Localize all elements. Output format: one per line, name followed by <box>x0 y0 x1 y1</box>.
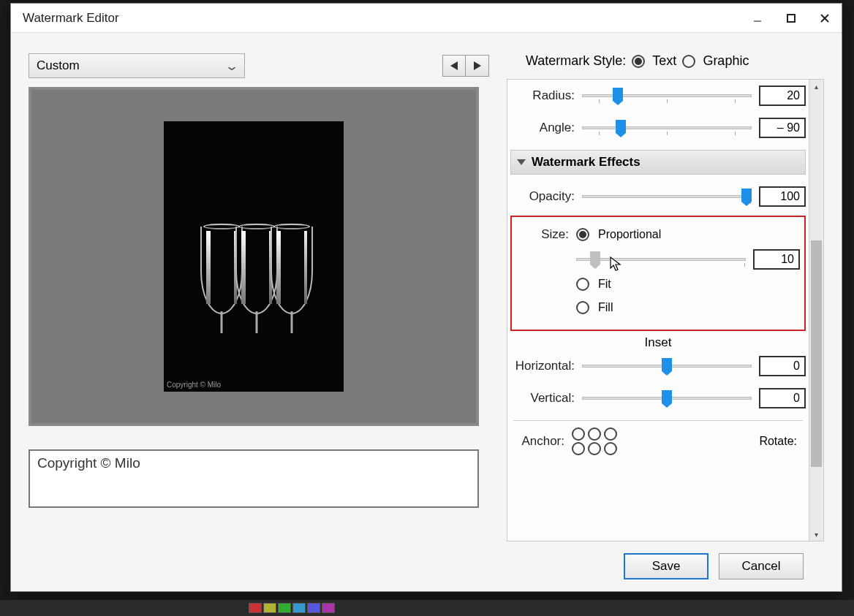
size-fill-radio[interactable] <box>576 301 589 314</box>
app-status-bar <box>0 600 854 616</box>
svg-rect-1 <box>787 15 795 22</box>
style-text-radio[interactable] <box>632 55 645 68</box>
preview-area: Copyright © Milo <box>29 87 479 426</box>
save-button[interactable]: Save <box>624 553 708 579</box>
style-text-label: Text <box>652 53 676 69</box>
size-fill-label: Fill <box>598 301 613 314</box>
size-input[interactable] <box>753 249 800 270</box>
style-graphic-radio[interactable] <box>682 55 695 68</box>
watermark-text-input[interactable] <box>29 449 479 508</box>
angle-label: Angle: <box>510 121 575 135</box>
chevron-down-icon: ⌄ <box>224 58 239 74</box>
opacity-label: Opacity: <box>510 189 575 204</box>
rotate-label: Rotate: <box>759 435 797 448</box>
dialog-title: Watermark Editor <box>11 11 741 26</box>
style-graphic-label: Graphic <box>703 53 749 69</box>
watermark-editor-dialog: Watermark Editor Custom ⌄ <box>10 3 842 592</box>
anchor-label: Anchor: <box>510 434 564 449</box>
inset-v-slider[interactable] <box>582 390 752 406</box>
scrollbar-thumb[interactable] <box>811 240 822 467</box>
size-fit-label: Fit <box>598 278 611 291</box>
inset-v-label: Vertical: <box>510 391 575 406</box>
svg-marker-4 <box>450 61 458 70</box>
radius-label: Radius: <box>510 88 575 103</box>
disclosure-triangle-icon <box>517 159 526 165</box>
svg-marker-5 <box>474 61 481 70</box>
watermark-effects-header[interactable]: Watermark Effects <box>510 150 806 175</box>
inset-header: Inset <box>510 335 806 350</box>
inset-v-input[interactable] <box>759 388 806 408</box>
settings-panel: Radius: Angle: <box>507 79 824 541</box>
size-proportional-radio[interactable] <box>576 228 589 241</box>
maximize-button[interactable] <box>774 4 808 33</box>
next-image-button[interactable] <box>466 55 489 77</box>
panel-scrollbar[interactable]: ▴ ▾ <box>809 80 823 541</box>
size-slider[interactable] <box>576 251 746 267</box>
titlebar: Watermark Editor <box>11 4 842 33</box>
size-proportional-label: Proportional <box>598 228 661 241</box>
angle-slider[interactable] <box>582 120 752 136</box>
inset-h-label: Horizontal: <box>510 359 575 373</box>
preview-photo: Copyright © Milo <box>164 121 344 392</box>
prev-image-button[interactable] <box>442 55 466 77</box>
anchor-grid[interactable] <box>572 427 617 441</box>
radius-slider[interactable] <box>582 88 752 104</box>
size-label: Size: <box>516 227 569 242</box>
opacity-input[interactable] <box>759 186 806 207</box>
watermark-overlay: Copyright © Milo <box>167 381 221 389</box>
cancel-button[interactable]: Cancel <box>719 553 804 579</box>
preset-dropdown[interactable]: Custom ⌄ <box>29 53 245 78</box>
radius-input[interactable] <box>759 85 806 106</box>
scroll-down-icon[interactable]: ▾ <box>809 528 823 541</box>
opacity-slider[interactable] <box>582 189 752 205</box>
effects-header-label: Watermark Effects <box>532 155 640 170</box>
angle-input[interactable] <box>759 118 806 138</box>
size-fit-radio[interactable] <box>576 278 589 291</box>
watermark-style-label: Watermark Style: <box>526 53 626 69</box>
watermark-style-row: Watermark Style: Text Graphic <box>507 53 824 69</box>
size-section-highlight: Size: Proportional <box>510 216 806 331</box>
inset-h-input[interactable] <box>759 356 806 376</box>
close-button[interactable] <box>808 4 842 33</box>
minimize-button[interactable] <box>741 4 774 33</box>
preset-selected: Custom <box>37 58 80 73</box>
inset-h-slider[interactable] <box>582 358 752 374</box>
scroll-up-icon[interactable]: ▴ <box>809 80 823 93</box>
